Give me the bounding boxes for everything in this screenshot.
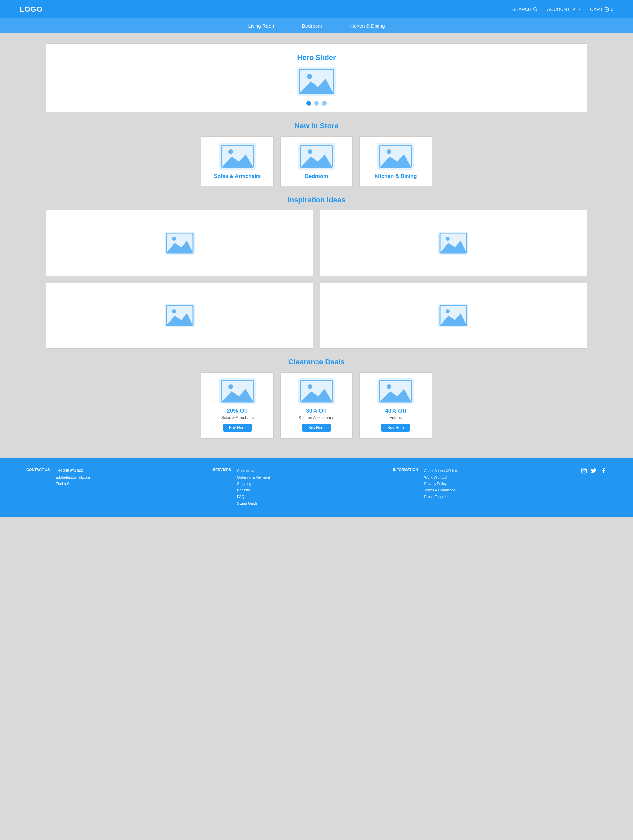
deal-placeholder-3 (377, 378, 414, 404)
footer-services-links: Contact Us Ordering & Payment Shipping R… (237, 467, 270, 507)
clearance-section: Clearance Deals 20% Off Sofas & Armchair… (46, 358, 587, 439)
svg-point-26 (446, 237, 450, 241)
deal-card-3[interactable]: 40% Off Futons Buy Here (359, 373, 432, 439)
facebook-icon[interactable] (601, 467, 607, 475)
inspiration-card-1[interactable] (46, 210, 313, 276)
new-in-store-title: New in Store (46, 122, 587, 130)
nav-living-room[interactable]: Living Room (248, 23, 275, 29)
inspiration-placeholder-3 (165, 304, 194, 327)
search-label: SEARCH (512, 6, 532, 12)
svg-point-2 (573, 8, 575, 9)
hero-title: Hero Slider (297, 54, 336, 62)
footer-services-group: SERVICES Contact Us Ordering & Payment S… (213, 467, 270, 507)
deal-placeholder-1 (219, 378, 256, 404)
deal-2-name: Kitchen Accessories (299, 415, 334, 420)
hero-image-placeholder (297, 66, 336, 96)
cart-count: 0 (611, 6, 613, 12)
deal-1-percent: 20% Off (227, 407, 248, 414)
bedroom-label: Bedroom (305, 174, 328, 179)
category-card-sofas[interactable]: Sofas & Armchairs (201, 136, 274, 186)
footer-info-4[interactable]: Press Enquiries (424, 494, 458, 500)
footer-information-group: INFORMATION About Adobe XD Kits Work Wit… (393, 467, 458, 500)
dot-2[interactable] (314, 101, 319, 106)
footer-social (581, 467, 607, 475)
footer-email: adobetest@mail.com (56, 475, 90, 479)
sofas-image-placeholder (219, 143, 256, 169)
inspiration-section: Inspiration Ideas (46, 196, 587, 349)
dot-3[interactable] (322, 101, 327, 106)
bedroom-image-placeholder (298, 143, 335, 169)
svg-point-14 (308, 149, 312, 154)
main-content: Hero Slider New in Store (0, 33, 633, 458)
svg-point-18 (387, 149, 391, 154)
inspiration-placeholder-1 (165, 232, 194, 254)
twitter-icon[interactable] (591, 467, 597, 475)
svg-line-1 (536, 10, 537, 11)
nav-bedroom[interactable]: Bedroom (302, 23, 322, 29)
inspiration-title: Inspiration Ideas (46, 196, 587, 204)
inspiration-card-3[interactable] (46, 283, 313, 349)
footer: CONTACT US +44 345 678 903 adobetest@mai… (0, 458, 633, 517)
svg-point-49 (582, 469, 585, 472)
cart-label: CART (590, 6, 603, 12)
svg-point-0 (534, 8, 537, 10)
hero-section: Hero Slider (46, 43, 587, 112)
slider-dots (306, 101, 327, 106)
footer-information-links: About Adobe XD Kits Work With US Privacy… (424, 467, 458, 500)
inspiration-grid (46, 210, 587, 349)
account-icon (571, 7, 576, 11)
deal-2-percent: 30% Off (306, 407, 327, 414)
deal-3-buy-button[interactable]: Buy Here (382, 424, 410, 432)
footer-info-3[interactable]: Terms & Conditions (424, 487, 458, 494)
account-nav[interactable]: ACCOUNT (547, 6, 581, 12)
category-card-bedroom[interactable]: Bedroom (280, 136, 353, 186)
deal-3-name: Futons (390, 415, 402, 420)
deal-card-1[interactable]: 20% Off Sofas & Armchairs Buy Here (201, 373, 274, 439)
footer-services-4[interactable]: FAQ (237, 494, 270, 500)
logo: LOGO (20, 5, 43, 14)
inspiration-card-2[interactable] (320, 210, 587, 276)
header: LOGO SEARCH ACCOUNT CART 0 (0, 0, 633, 19)
footer-contact-info: +44 345 678 903 adobetest@mail.com Find … (56, 467, 90, 487)
svg-point-30 (172, 309, 176, 313)
inspiration-card-4[interactable] (320, 283, 587, 349)
footer-phone: +44 345 678 903 (56, 469, 83, 473)
hero-slider-box: Hero Slider (46, 43, 587, 112)
footer-info-1[interactable]: Work With US (424, 474, 458, 481)
search-nav[interactable]: SEARCH (512, 6, 538, 12)
deal-card-2[interactable]: 30% Off Kitchen Accessories Buy Here (280, 373, 353, 439)
footer-info-2[interactable]: Privacy Policy (424, 481, 458, 488)
footer-services-0[interactable]: Contact Us (237, 467, 270, 474)
kitchen-image-placeholder (377, 143, 414, 169)
deal-2-buy-button[interactable]: Buy Here (302, 424, 331, 432)
instagram-icon[interactable] (581, 467, 587, 475)
footer-services-5[interactable]: Sizing Guide (237, 500, 270, 507)
navbar: Living Room Bedroom Kitchen & Dining (0, 19, 633, 33)
footer-services-1[interactable]: Ordering & Payment (237, 474, 270, 481)
deal-1-buy-button[interactable]: Buy Here (223, 424, 251, 432)
footer-services-2[interactable]: Shipping (237, 481, 270, 488)
svg-point-6 (306, 74, 312, 79)
footer-contact-label: CONTACT US (26, 467, 50, 472)
chevron-down-icon (578, 8, 581, 11)
svg-point-46 (387, 384, 391, 389)
kitchen-label: Kitchen & Dining (374, 174, 417, 179)
footer-services-label: SERVICES (213, 467, 231, 472)
cart-nav[interactable]: CART 0 (590, 6, 613, 12)
svg-point-22 (172, 237, 176, 241)
footer-info-0[interactable]: About Adobe XD Kits (424, 467, 458, 474)
category-card-kitchen[interactable]: Kitchen & Dining (359, 136, 432, 186)
footer-services-3[interactable]: Returns (237, 487, 270, 494)
clearance-title: Clearance Deals (46, 358, 587, 366)
deal-cards-row: 20% Off Sofas & Armchairs Buy Here 30% O… (46, 373, 587, 439)
dot-1[interactable] (306, 101, 311, 106)
svg-point-10 (229, 149, 233, 154)
nav-kitchen-dining[interactable]: Kitchen & Dining (349, 23, 385, 29)
svg-rect-48 (582, 468, 587, 473)
footer-find-store[interactable]: Find a Store (56, 481, 90, 488)
inspiration-placeholder-2 (439, 232, 468, 254)
category-cards-row: Sofas & Armchairs Bedroom Kitche (46, 136, 587, 186)
footer-contact-group: CONTACT US +44 345 678 903 adobetest@mai… (26, 467, 90, 487)
deal-1-name: Sofas & Armchairs (221, 415, 254, 420)
cart-icon (604, 7, 609, 11)
